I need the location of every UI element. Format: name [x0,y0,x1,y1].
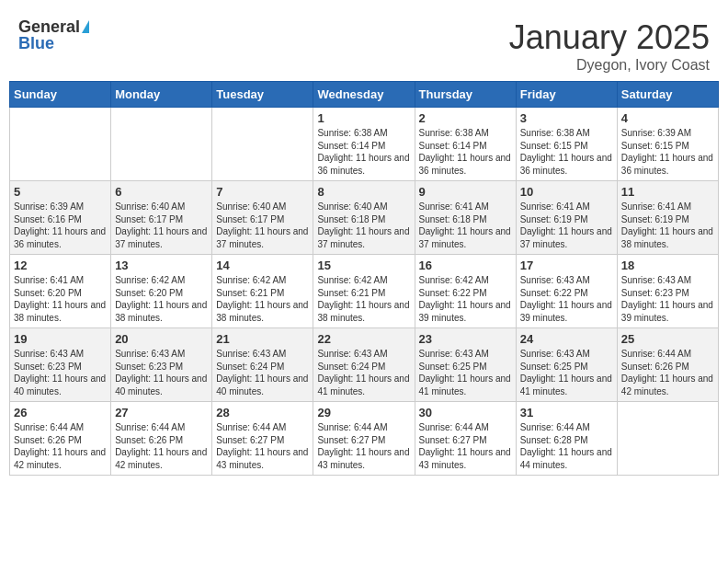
calendar-week-row: 5Sunrise: 6:39 AM Sunset: 6:16 PM Daylig… [10,181,719,255]
day-number: 29 [317,406,410,419]
day-number: 18 [621,259,714,272]
calendar-cell: 4Sunrise: 6:39 AM Sunset: 6:15 PM Daylig… [617,108,718,181]
day-info: Sunrise: 6:43 AM Sunset: 6:24 PM Dayligh… [216,348,309,397]
calendar-week-row: 1Sunrise: 6:38 AM Sunset: 6:14 PM Daylig… [10,108,719,181]
calendar-cell: 27Sunrise: 6:44 AM Sunset: 6:26 PM Dayli… [111,402,212,476]
day-info: Sunrise: 6:44 AM Sunset: 6:27 PM Dayligh… [216,421,309,471]
calendar-cell [617,402,718,476]
day-info: Sunrise: 6:42 AM Sunset: 6:22 PM Dayligh… [419,274,512,324]
day-info: Sunrise: 6:44 AM Sunset: 6:28 PM Dayligh… [520,421,613,471]
day-info: Sunrise: 6:43 AM Sunset: 6:25 PM Dayligh… [419,348,512,397]
calendar-cell: 30Sunrise: 6:44 AM Sunset: 6:27 PM Dayli… [415,402,516,476]
day-number: 30 [419,406,512,419]
calendar-cell: 25Sunrise: 6:44 AM Sunset: 6:26 PM Dayli… [617,328,718,402]
calendar-cell: 18Sunrise: 6:43 AM Sunset: 6:23 PM Dayli… [617,255,718,328]
calendar-cell: 26Sunrise: 6:44 AM Sunset: 6:26 PM Dayli… [10,402,111,476]
calendar-cell [212,108,313,181]
day-number: 15 [317,259,410,272]
logo-general-text: General [18,18,80,35]
title-block: January 2025 Dyegon, Ivory Coast [509,18,710,74]
day-number: 1 [317,111,410,125]
calendar-cell: 23Sunrise: 6:43 AM Sunset: 6:25 PM Dayli… [415,328,516,402]
calendar-cell: 7Sunrise: 6:40 AM Sunset: 6:17 PM Daylig… [212,181,313,255]
calendar-cell: 8Sunrise: 6:40 AM Sunset: 6:18 PM Daylig… [313,181,415,255]
calendar-cell: 14Sunrise: 6:42 AM Sunset: 6:21 PM Dayli… [212,255,313,328]
logo-icon [82,20,89,33]
day-number: 12 [14,259,107,272]
day-info: Sunrise: 6:38 AM Sunset: 6:14 PM Dayligh… [419,127,512,177]
calendar-cell: 20Sunrise: 6:43 AM Sunset: 6:23 PM Dayli… [111,328,212,402]
day-info: Sunrise: 6:44 AM Sunset: 6:26 PM Dayligh… [14,421,107,471]
day-number: 3 [520,111,613,125]
day-info: Sunrise: 6:43 AM Sunset: 6:23 PM Dayligh… [14,348,107,397]
calendar-cell: 10Sunrise: 6:41 AM Sunset: 6:19 PM Dayli… [516,181,617,255]
day-number: 14 [216,259,309,272]
weekday-header-sunday: Sunday [10,82,111,108]
day-number: 10 [520,185,613,199]
day-number: 7 [216,185,309,199]
day-number: 24 [520,332,613,346]
day-number: 16 [419,259,512,272]
day-number: 27 [115,406,208,419]
day-number: 6 [115,185,208,199]
day-info: Sunrise: 6:43 AM Sunset: 6:22 PM Dayligh… [520,274,613,324]
day-info: Sunrise: 6:41 AM Sunset: 6:18 PM Dayligh… [419,201,512,250]
day-info: Sunrise: 6:42 AM Sunset: 6:20 PM Dayligh… [115,274,208,324]
weekday-header-monday: Monday [111,82,212,108]
day-info: Sunrise: 6:42 AM Sunset: 6:21 PM Dayligh… [216,274,309,324]
calendar-cell [10,108,111,181]
calendar-cell: 16Sunrise: 6:42 AM Sunset: 6:22 PM Dayli… [415,255,516,328]
weekday-header-friday: Friday [516,82,617,108]
day-info: Sunrise: 6:43 AM Sunset: 6:24 PM Dayligh… [317,348,410,397]
day-number: 5 [14,185,107,199]
calendar-cell: 15Sunrise: 6:42 AM Sunset: 6:21 PM Dayli… [313,255,415,328]
calendar-cell: 22Sunrise: 6:43 AM Sunset: 6:24 PM Dayli… [313,328,415,402]
day-info: Sunrise: 6:41 AM Sunset: 6:19 PM Dayligh… [520,201,613,250]
calendar-cell: 24Sunrise: 6:43 AM Sunset: 6:25 PM Dayli… [516,328,617,402]
day-number: 26 [14,406,107,419]
weekday-header-thursday: Thursday [415,82,516,108]
calendar-week-row: 26Sunrise: 6:44 AM Sunset: 6:26 PM Dayli… [10,402,719,476]
day-number: 28 [216,406,309,419]
calendar-cell: 19Sunrise: 6:43 AM Sunset: 6:23 PM Dayli… [10,328,111,402]
day-info: Sunrise: 6:41 AM Sunset: 6:20 PM Dayligh… [14,274,107,324]
page-header: General Blue January 2025 Dyegon, Ivory … [9,9,719,81]
day-number: 11 [621,185,714,199]
day-number: 8 [317,185,410,199]
calendar-cell: 11Sunrise: 6:41 AM Sunset: 6:19 PM Dayli… [617,181,718,255]
day-info: Sunrise: 6:39 AM Sunset: 6:15 PM Dayligh… [621,127,714,177]
weekday-header-tuesday: Tuesday [212,82,313,108]
day-info: Sunrise: 6:43 AM Sunset: 6:23 PM Dayligh… [115,348,208,397]
day-info: Sunrise: 6:42 AM Sunset: 6:21 PM Dayligh… [317,274,410,324]
calendar-cell: 6Sunrise: 6:40 AM Sunset: 6:17 PM Daylig… [111,181,212,255]
day-number: 13 [115,259,208,272]
day-number: 9 [419,185,512,199]
calendar-cell: 31Sunrise: 6:44 AM Sunset: 6:28 PM Dayli… [516,402,617,476]
calendar-table: SundayMondayTuesdayWednesdayThursdayFrid… [9,81,719,476]
calendar-cell: 3Sunrise: 6:38 AM Sunset: 6:15 PM Daylig… [516,108,617,181]
calendar-cell [111,108,212,181]
day-info: Sunrise: 6:41 AM Sunset: 6:19 PM Dayligh… [621,201,714,250]
calendar-cell: 12Sunrise: 6:41 AM Sunset: 6:20 PM Dayli… [10,255,111,328]
day-info: Sunrise: 6:40 AM Sunset: 6:18 PM Dayligh… [317,201,410,250]
day-number: 4 [621,111,714,125]
weekday-header-row: SundayMondayTuesdayWednesdayThursdayFrid… [10,82,719,108]
day-info: Sunrise: 6:40 AM Sunset: 6:17 PM Dayligh… [216,201,309,250]
weekday-header-wednesday: Wednesday [313,82,415,108]
logo: General Blue [18,18,89,52]
day-number: 2 [419,111,512,125]
day-info: Sunrise: 6:43 AM Sunset: 6:23 PM Dayligh… [621,274,714,324]
calendar-week-row: 19Sunrise: 6:43 AM Sunset: 6:23 PM Dayli… [10,328,719,402]
day-info: Sunrise: 6:43 AM Sunset: 6:25 PM Dayligh… [520,348,613,397]
day-number: 20 [115,332,208,346]
day-number: 22 [317,332,410,346]
day-number: 25 [621,332,714,346]
day-number: 31 [520,406,613,419]
calendar-cell: 21Sunrise: 6:43 AM Sunset: 6:24 PM Dayli… [212,328,313,402]
calendar-cell: 5Sunrise: 6:39 AM Sunset: 6:16 PM Daylig… [10,181,111,255]
day-info: Sunrise: 6:44 AM Sunset: 6:26 PM Dayligh… [621,348,714,397]
calendar-cell: 1Sunrise: 6:38 AM Sunset: 6:14 PM Daylig… [313,108,415,181]
calendar-cell: 29Sunrise: 6:44 AM Sunset: 6:27 PM Dayli… [313,402,415,476]
calendar-cell: 9Sunrise: 6:41 AM Sunset: 6:18 PM Daylig… [415,181,516,255]
calendar-title: January 2025 [509,18,710,57]
